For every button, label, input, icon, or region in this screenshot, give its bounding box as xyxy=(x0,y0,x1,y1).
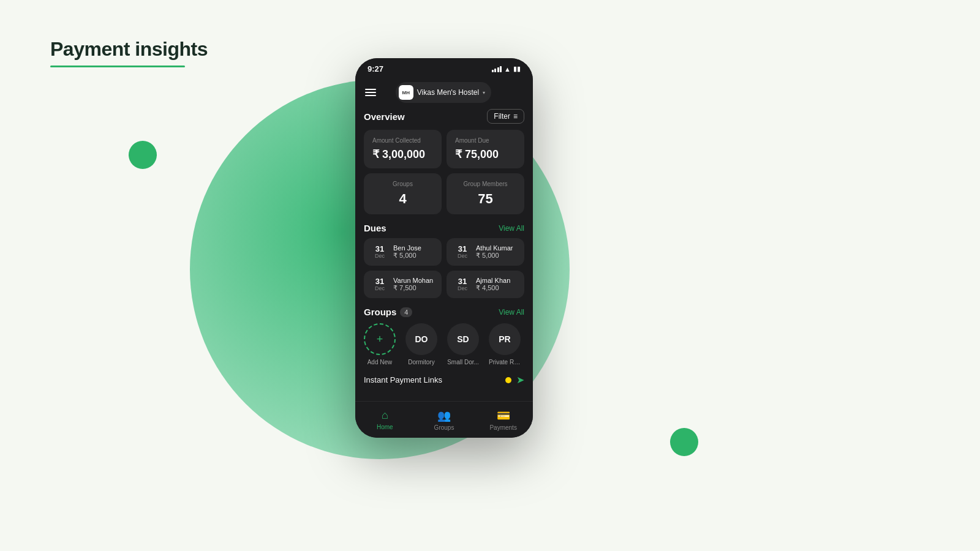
chevron-down-icon: ▾ xyxy=(483,90,485,96)
page-title-area: Payment insights xyxy=(50,38,208,67)
dues-header: Dues View All xyxy=(355,223,533,233)
wifi-icon: ▲ xyxy=(504,66,511,73)
due-date-ajmal-khan: 31 Dec xyxy=(454,277,471,291)
groups-count-badge: 4 xyxy=(400,307,412,317)
hostel-selector[interactable]: MH Vikas Men's Hostel ▾ xyxy=(396,82,491,103)
filter-button[interactable]: Filter ≡ xyxy=(487,109,524,124)
hostel-name: Vikas Men's Hostel xyxy=(417,88,479,97)
group-members-label: Group Members xyxy=(455,181,516,187)
add-new-avatar: + xyxy=(364,323,396,355)
status-icons: ▲ ▮▮ xyxy=(492,65,521,73)
overview-label: Overview xyxy=(364,111,405,122)
groups-section-header: Groups 4 View All xyxy=(355,307,533,317)
app-content[interactable]: Overview Filter ≡ Amount Collected ₹ 3,0… xyxy=(355,109,533,427)
groups-count-value: 4 xyxy=(372,191,433,207)
groups-section-label: Groups xyxy=(364,307,396,317)
dues-grid: 31 Dec Ben Jose ₹ 5,000 31 Dec Athul Kum… xyxy=(355,238,533,298)
due-item-varun-mohan[interactable]: 31 Dec Varun Mohan ₹ 7,500 xyxy=(364,271,442,298)
phone-mockup: 9:27 ▲ ▮▮ MH Vikas Men's Hos xyxy=(355,58,533,438)
menu-button[interactable] xyxy=(365,89,376,96)
group-item-dormitory[interactable]: DO Dormitory xyxy=(405,323,437,365)
send-icon[interactable]: ➤ xyxy=(516,374,524,386)
group-members-value: 75 xyxy=(455,191,516,207)
payments-icon: 💳 xyxy=(497,409,510,422)
group-item-small-dor[interactable]: SD Small Dor... xyxy=(447,323,479,365)
amount-due-value: ₹ 75,000 xyxy=(455,148,516,161)
due-date-ben-jose: 31 Dec xyxy=(371,245,388,259)
payment-link-icons: ➤ xyxy=(505,374,524,386)
dues-view-all[interactable]: View All xyxy=(499,224,524,233)
filter-label: Filter xyxy=(494,112,510,121)
battery-icon: ▮▮ xyxy=(513,65,521,73)
due-date-varun-mohan: 31 Dec xyxy=(371,277,388,291)
groups-nav-label: Groups xyxy=(434,424,454,431)
stats-grid: Amount Collected ₹ 3,00,000 Amount Due ₹… xyxy=(364,130,524,168)
due-item-ben-jose[interactable]: 31 Dec Ben Jose ₹ 5,000 xyxy=(364,238,442,266)
home-label: Home xyxy=(377,424,393,430)
title-underline xyxy=(50,66,185,67)
bottom-nav: ⌂ Home 👥 Groups 💳 Payments xyxy=(355,401,533,438)
nav-item-home[interactable]: ⌂ Home xyxy=(355,409,415,430)
dormitory-avatar: DO xyxy=(405,323,437,355)
group-item-private-room[interactable]: PR Private Roo... xyxy=(489,323,521,365)
groups-label-area: Groups 4 xyxy=(364,307,412,317)
add-new-group-item[interactable]: + Add New xyxy=(364,323,396,365)
payments-nav-label: Payments xyxy=(489,424,516,431)
yellow-dot-icon xyxy=(505,377,511,383)
decorative-dot-left xyxy=(129,141,157,169)
due-date-athul-kumar: 31 Dec xyxy=(454,245,471,259)
hostel-logo: MH xyxy=(399,85,413,100)
status-time: 9:27 xyxy=(368,64,383,73)
dormitory-label: Dormitory xyxy=(408,359,434,365)
payment-links-label: Instant Payment Links xyxy=(364,375,442,384)
signal-icon xyxy=(492,66,502,72)
groups-stats-grid: Groups 4 Group Members 75 xyxy=(364,173,524,214)
private-room-avatar: PR xyxy=(489,323,521,355)
status-bar: 9:27 ▲ ▮▮ xyxy=(355,58,533,77)
small-dor-label: Small Dor... xyxy=(447,359,479,365)
groups-count-card: Groups 4 xyxy=(364,173,442,214)
small-dor-avatar: SD xyxy=(447,323,479,355)
plus-icon: + xyxy=(377,333,383,346)
overview-header: Overview Filter ≡ xyxy=(364,109,524,124)
filter-icon: ≡ xyxy=(513,112,518,121)
groups-view-all[interactable]: View All xyxy=(499,308,524,317)
groups-list: + Add New DO Dormitory SD Small Dor... P… xyxy=(355,323,533,365)
overview-section: Overview Filter ≡ Amount Collected ₹ 3,0… xyxy=(355,109,533,214)
page-title: Payment insights xyxy=(50,38,208,61)
groups-icon: 👥 xyxy=(437,409,451,422)
dues-label: Dues xyxy=(364,223,386,233)
group-members-card: Group Members 75 xyxy=(447,173,524,214)
due-item-athul-kumar[interactable]: 31 Dec Athul Kumar ₹ 5,000 xyxy=(447,238,524,266)
amount-collected-card: Amount Collected ₹ 3,00,000 xyxy=(364,130,442,168)
private-room-label: Private Roo... xyxy=(489,359,521,365)
phone-screen: 9:27 ▲ ▮▮ MH Vikas Men's Hos xyxy=(355,58,533,438)
payment-links-section: Instant Payment Links ➤ xyxy=(355,374,533,386)
nav-item-groups[interactable]: 👥 Groups xyxy=(415,409,474,431)
amount-collected-label: Amount Collected xyxy=(372,137,433,144)
amount-due-card: Amount Due ₹ 75,000 xyxy=(447,130,524,168)
amount-collected-value: ₹ 3,00,000 xyxy=(372,148,433,161)
amount-due-label: Amount Due xyxy=(455,137,516,144)
home-icon: ⌂ xyxy=(382,409,388,422)
nav-item-payments[interactable]: 💳 Payments xyxy=(473,409,533,431)
due-item-ajmal-khan[interactable]: 31 Dec Ajmal Khan ₹ 4,500 xyxy=(447,271,524,298)
decorative-dot-right xyxy=(670,428,698,456)
app-header: MH Vikas Men's Hostel ▾ xyxy=(355,77,533,109)
add-new-label: Add New xyxy=(368,359,393,365)
groups-count-label: Groups xyxy=(372,181,433,187)
